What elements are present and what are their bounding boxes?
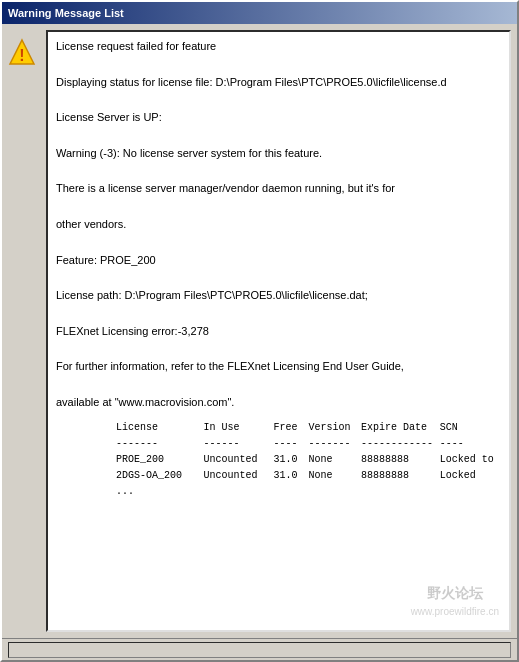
blank-1 [56,60,501,70]
warning-icon-area: ! [8,30,40,632]
message-line-3: License Server is UP: [56,109,501,127]
blank-5 [56,202,501,212]
sep-col6: ---- [440,436,501,452]
message-line-5: There is a license server manager/vendor… [56,180,501,198]
watermark: 野火论坛 www.proewildfire.cn [411,582,499,620]
blank-3 [56,131,501,141]
table-header: License In Use Free Version Expire Date … [56,420,501,436]
message-line-10: For further information, refer to the FL… [56,358,501,376]
message-line-7: Feature: PROE_200 [56,252,501,270]
col-license-header: License [116,420,204,436]
sep-col2: ------ [204,436,274,452]
col-version-header: Version [309,420,362,436]
row1-col1: PROE_200 [116,452,204,468]
title-bar: Warning Message List [2,2,517,24]
message-line-4: Warning (-3): No license server system f… [56,145,501,163]
blank-7 [56,273,501,283]
row1-col6: Locked to [440,452,501,468]
horizontal-scrollbar[interactable] [8,642,511,658]
blank-6 [56,238,501,248]
message-line-9: FLEXnet Licensing error:-3,278 [56,323,501,341]
bottom-bar [2,638,517,660]
col-inuse-header: In Use [204,420,274,436]
col-scn-header: SCN [440,420,501,436]
content-area: License request failed for feature Displ… [46,30,511,632]
blank-10 [56,380,501,390]
row3-col1: ... [116,484,216,500]
row1-col2: Uncounted [204,452,274,468]
row1-col3: 31.0 [274,452,309,468]
row1-col4: None [309,452,362,468]
row2-col6: Locked [440,468,501,484]
message-line-11: available at "www.macrovision.com". [56,394,501,412]
row2-col5: 88888888 [361,468,440,484]
svg-text:!: ! [19,47,24,64]
license-table: License In Use Free Version Expire Date … [56,420,501,500]
table-row-2: 2DGS-OA_200 Uncounted 31.0 None 88888888… [56,468,501,484]
window-body: ! License request failed for feature Dis… [2,24,517,638]
table-row-1: PROE_200 Uncounted 31.0 None 88888888 Lo… [56,452,501,468]
blank-9 [56,344,501,354]
window-title: Warning Message List [8,7,511,19]
table-row-3: ... [56,484,501,500]
watermark-main: 野火论坛 [411,582,499,604]
watermark-url: www.proewildfire.cn [411,604,499,620]
blank-2 [56,95,501,105]
message-line-1: License request failed for feature [56,38,501,56]
row2-col3: 31.0 [274,468,309,484]
col-expire-header: Expire Date [361,420,440,436]
blank-8 [56,309,501,319]
col-free-header: Free [274,420,309,436]
sep-col5: ------------ [361,436,440,452]
message-box[interactable]: License request failed for feature Displ… [46,30,511,632]
warning-icon: ! [8,38,36,66]
sep-col4: ------- [309,436,362,452]
message-line-8: License path: D:\Program Files\PTC\PROE5… [56,287,501,305]
row1-col5: 88888888 [361,452,440,468]
sep-col3: ---- [274,436,309,452]
row2-col4: None [309,468,362,484]
warning-message-window: Warning Message List ! License request f… [0,0,519,662]
blank-4 [56,166,501,176]
row2-col2: Uncounted [204,468,274,484]
message-line-2: Displaying status for license file: D:\P… [56,74,501,92]
sep-col1: ------- [116,436,204,452]
row2-col1: 2DGS-OA_200 [116,468,204,484]
message-line-6: other vendors. [56,216,501,234]
table-separator: ------- ------ ---- ------- ------------… [56,436,501,452]
